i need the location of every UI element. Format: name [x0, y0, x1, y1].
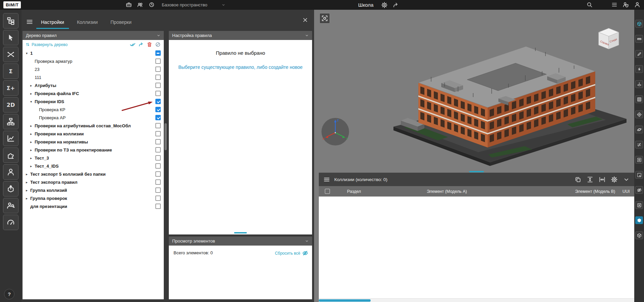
tree-item-checkbox[interactable]: [155, 147, 161, 153]
tree-item[interactable]: ▸Группа коллизий: [23, 186, 164, 194]
model-tree-button[interactable]: [3, 13, 18, 29]
tree-item[interactable]: ▸Атрибуты: [23, 81, 164, 89]
tree-item-checkbox[interactable]: [155, 163, 161, 169]
tree-item[interactable]: Проверка арматур: [23, 57, 164, 65]
tree-item-checkbox[interactable]: [155, 91, 161, 96]
collisions-menu-icon[interactable]: [324, 176, 330, 183]
tree-item[interactable]: ▸Тест_4_IDS: [23, 162, 164, 170]
tree-item-checkbox[interactable]: [155, 179, 161, 185]
help-button[interactable]: ?: [4, 289, 14, 299]
tree-toggle-icon[interactable]: ▸: [30, 140, 35, 144]
access-button[interactable]: [3, 198, 18, 213]
tree-toggle-icon[interactable]: ▸: [30, 92, 35, 95]
grid-button[interactable]: [635, 95, 643, 103]
sum-plus-button[interactable]: Σ+: [3, 80, 18, 96]
rule-settings-header[interactable]: Настройка правила: [169, 31, 312, 40]
user-button[interactable]: [3, 164, 18, 180]
column-header-1[interactable]: Раздел: [347, 189, 361, 194]
tree-toggle-icon[interactable]: ▸: [26, 188, 30, 192]
expand-tree-link[interactable]: Развернуть дерево: [26, 42, 68, 47]
dashboard-gauge-button[interactable]: [3, 215, 18, 230]
tree-toggle-icon[interactable]: ▸: [30, 148, 35, 152]
column-header-4[interactable]: UUI: [622, 189, 630, 194]
tab-settings[interactable]: Настройки: [36, 16, 69, 29]
copy-button[interactable]: [575, 176, 581, 183]
block-button[interactable]: [155, 42, 161, 47]
app-logo[interactable]: BiMiT: [3, 1, 21, 8]
screenshot-button[interactable]: [319, 13, 330, 24]
scheme-button[interactable]: [3, 114, 18, 129]
tree-item-checkbox[interactable]: [155, 131, 161, 136]
hide-elements-button[interactable]: [635, 186, 643, 194]
tree-item[interactable]: для презентации: [23, 202, 164, 210]
tree-item-checkbox[interactable]: [155, 123, 161, 128]
tree-toggle-icon[interactable]: ▸: [30, 124, 35, 128]
time-button[interactable]: [148, 1, 155, 8]
close-panel-button[interactable]: [302, 17, 308, 23]
panel-resize-handle[interactable]: [234, 232, 247, 233]
delete-button[interactable]: [147, 42, 152, 47]
tree-toggle-icon[interactable]: ▸: [30, 164, 35, 168]
tree-item[interactable]: ▸Группа проверок: [23, 194, 164, 202]
tree-toggle-icon[interactable]: ▸: [30, 132, 35, 136]
scrollbar-thumb[interactable]: [164, 123, 167, 150]
column-header-2[interactable]: Элемент (Модель A): [427, 189, 467, 194]
clash-detection-button[interactable]: [3, 47, 18, 62]
settings-gear-button[interactable]: [611, 176, 617, 183]
scrollbar-thumb[interactable]: [319, 299, 371, 302]
tree-toggle-icon[interactable]: ▸: [30, 84, 35, 87]
tree-item[interactable]: ▸Тест экспорта правил: [23, 178, 164, 186]
elements-view-header[interactable]: Просмотр элементов: [169, 236, 312, 246]
tree-toggle-icon[interactable]: ▸: [26, 197, 30, 200]
tree-item[interactable]: ▾Проверки IDS: [23, 97, 164, 105]
tree-item-checkbox[interactable]: [155, 204, 161, 209]
search-button[interactable]: [586, 1, 593, 8]
fit-vertical-button[interactable]: [587, 176, 593, 183]
view-2d-button[interactable]: 2D: [3, 97, 18, 113]
isolate-button[interactable]: [635, 216, 643, 224]
model-cube-button[interactable]: [635, 231, 643, 239]
collisions-hscrollbar[interactable]: [319, 298, 634, 302]
panel-resize-handle[interactable]: [469, 171, 484, 172]
tree-scrollbar[interactable]: [164, 31, 167, 299]
tree-item[interactable]: ▸Проверки на коллизии: [23, 130, 164, 138]
apply-button[interactable]: [138, 42, 144, 47]
markup-button[interactable]: [635, 50, 643, 58]
fit-horizontal-button[interactable]: [599, 176, 605, 183]
settings-gear-button[interactable]: [381, 2, 388, 8]
menu-list-button[interactable]: [611, 1, 618, 8]
tree-item-checkbox[interactable]: [155, 83, 161, 88]
tree-item[interactable]: 111: [23, 73, 164, 81]
export-model-button[interactable]: [3, 181, 18, 197]
tree-toggle-icon[interactable]: ▸: [26, 180, 30, 184]
tree-toggle-icon[interactable]: ▾: [30, 100, 35, 103]
panel-menu-icon[interactable]: [26, 18, 33, 25]
tree-item[interactable]: Проверка АР: [23, 114, 164, 122]
tree-item-checkbox[interactable]: [155, 99, 161, 104]
tree-item[interactable]: ▸Проверки по ТЗ на проектирование: [23, 146, 164, 154]
chevron-down-button[interactable]: [623, 176, 630, 183]
tree-toggle-icon[interactable]: ▸: [26, 172, 30, 176]
tree-item[interactable]: ▸Проверки на нормативы: [23, 138, 164, 146]
ruler-button[interactable]: [635, 35, 643, 43]
tree-item-checkbox[interactable]: [155, 58, 161, 64]
tree-item-checkbox[interactable]: [155, 139, 161, 144]
sum-button[interactable]: Σ: [3, 63, 18, 79]
tree-item[interactable]: ▾1: [23, 49, 164, 57]
tree-item-checkbox[interactable]: [155, 107, 161, 112]
tree-item[interactable]: Проверка КР: [23, 105, 164, 114]
tree-item-checkbox[interactable]: [155, 171, 161, 177]
tree-item[interactable]: 23: [23, 65, 164, 73]
plugin-button[interactable]: [3, 147, 18, 163]
tree-item-checkbox[interactable]: [155, 155, 161, 161]
clip-lines-button[interactable]: [635, 141, 643, 148]
rule-tree-header[interactable]: Дерево правил: [23, 31, 164, 40]
select-cursor-button[interactable]: [3, 30, 18, 45]
tree-item[interactable]: ▸Тест_3: [23, 154, 164, 162]
tree-item[interactable]: ▸Проверка файла IFC: [23, 89, 164, 97]
selection-frame-button[interactable]: [635, 171, 643, 179]
zoom-window-button[interactable]: [635, 156, 643, 164]
chart-button[interactable]: [3, 131, 18, 146]
profile-button[interactable]: [634, 1, 641, 8]
target-button[interactable]: [635, 111, 643, 118]
